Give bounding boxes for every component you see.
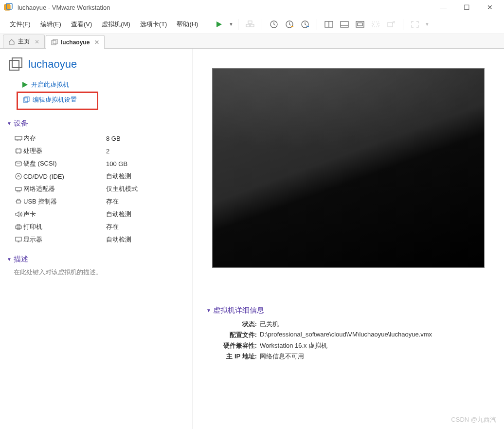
svg-rect-8	[291, 26, 293, 27]
tab-close-icon[interactable]: ✕	[35, 38, 39, 45]
vm-name: luchaoyue	[28, 58, 77, 71]
detail-value: 网络信息不可用	[260, 352, 304, 361]
device-row-cpu[interactable]: 处理器2	[14, 145, 185, 157]
device-name: 网络适配器	[23, 185, 106, 193]
popout-icon[interactable]	[384, 18, 398, 31]
separator	[238, 19, 238, 30]
svg-rect-25	[25, 97, 29, 101]
svg-rect-5	[248, 21, 252, 23]
power-on-label: 开启此虚拟机	[31, 80, 69, 89]
menu-view[interactable]: 查看(V)	[67, 18, 96, 31]
vm-summary-pane: luchaoyue 开启此虚拟机 编辑虚拟机设置 ▼ 设备 内存8 GB处理器2…	[0, 49, 192, 429]
separator	[403, 19, 403, 30]
detail-compat: 硬件兼容性: Workstation 16.x 虚拟机	[213, 340, 495, 351]
view-unity-icon[interactable]	[338, 18, 351, 31]
device-row-usb[interactable]: USB 控制器存在	[14, 195, 185, 208]
menu-tabs[interactable]: 选项卡(T)	[136, 18, 171, 31]
device-value: 自动检测	[106, 235, 131, 244]
svg-rect-16	[358, 23, 362, 26]
menu-edit[interactable]: 编辑(E)	[36, 18, 65, 31]
highlight-annotation: 编辑虚拟机设置	[17, 92, 98, 110]
detail-key: 状态:	[213, 320, 257, 329]
device-name: CD/DVD (IDE)	[23, 173, 106, 180]
tab-close-icon[interactable]: ✕	[94, 39, 99, 46]
menu-file[interactable]: 文件(F)	[6, 18, 35, 31]
view-fullscreen-icon[interactable]	[353, 18, 367, 31]
details-header[interactable]: ▼ 虚拟机详细信息	[206, 306, 495, 315]
svg-rect-4	[251, 24, 254, 27]
fullscreen-dropdown[interactable]: ▼	[425, 22, 429, 27]
power-on-button[interactable]	[212, 18, 226, 31]
tab-vm[interactable]: luchaoyue ✕	[46, 35, 105, 49]
printer-icon	[14, 223, 23, 231]
device-row-net[interactable]: 网络适配器仅主机模式	[14, 183, 185, 195]
device-value: 仅主机模式	[106, 185, 138, 193]
power-dropdown[interactable]: ▼	[229, 22, 233, 27]
svg-rect-31	[16, 187, 21, 190]
view-console-icon[interactable]	[322, 18, 336, 31]
device-row-hdd[interactable]: 硬盘 (SCSI)100 GB	[14, 157, 185, 170]
svg-rect-32	[17, 200, 20, 203]
svg-point-29	[16, 173, 21, 179]
detail-value: 已关机	[260, 320, 279, 329]
snapshot-icon[interactable]	[267, 18, 281, 31]
menu-vm[interactable]: 虚拟机(M)	[98, 18, 134, 31]
svg-rect-19	[52, 40, 56, 45]
edit-settings-label: 编辑虚拟机设置	[33, 95, 77, 104]
device-value: 存在	[106, 223, 119, 231]
device-name: 显示器	[23, 235, 106, 244]
tab-home[interactable]: 主页 ✕	[3, 35, 45, 48]
window-title: luchaoyue - VMware Workstation	[18, 4, 436, 11]
vm-icon	[8, 56, 23, 72]
svg-rect-36	[16, 237, 21, 241]
svg-point-30	[18, 176, 19, 177]
fullscreen-enter-icon[interactable]	[408, 18, 422, 31]
power-on-link[interactable]: 开启此虚拟机	[21, 79, 185, 91]
home-icon	[8, 38, 15, 45]
svg-rect-34	[17, 224, 20, 226]
cd-icon	[14, 172, 23, 180]
snapshot-manage-icon[interactable]	[298, 18, 312, 31]
device-row-cd[interactable]: CD/DVD (IDE)自动检测	[14, 170, 185, 183]
edit-settings-link[interactable]: 编辑虚拟机设置	[23, 94, 92, 106]
minimize-button[interactable]: ―	[436, 3, 450, 11]
detail-value: Workstation 16.x 虚拟机	[260, 341, 327, 350]
device-value: 8 GB	[106, 135, 121, 142]
device-row-display[interactable]: 显示器自动检测	[14, 233, 185, 246]
device-name: USB 控制器	[23, 197, 106, 206]
device-value: 存在	[106, 197, 119, 206]
stretch-icon[interactable]	[369, 18, 382, 31]
vm-screen-preview	[212, 68, 485, 268]
tab-home-label: 主页	[18, 37, 30, 46]
detail-ip: 主 IP 地址: 网络信息不可用	[213, 351, 495, 362]
separator	[317, 19, 317, 30]
sound-icon	[14, 210, 23, 218]
svg-rect-10	[306, 26, 309, 27]
send-ctrl-alt-del-icon[interactable]	[243, 18, 257, 31]
separator	[207, 19, 207, 30]
device-name: 声卡	[23, 210, 106, 219]
devices-header[interactable]: ▼ 设备	[7, 119, 185, 128]
device-value: 自动检测	[106, 210, 131, 219]
svg-rect-26	[15, 136, 22, 140]
description-title: 描述	[14, 255, 28, 264]
close-button[interactable]: ✕	[483, 3, 497, 11]
device-row-sound[interactable]: 声卡自动检测	[14, 208, 185, 221]
description-placeholder[interactable]: 在此处键入对该虚拟机的描述。	[14, 268, 185, 277]
maximize-button[interactable]: ☐	[459, 3, 474, 11]
svg-rect-20	[53, 39, 57, 44]
detail-config: 配置文件: D:\professional_software\cloud\VM\…	[213, 330, 495, 340]
detail-value: D:\professional_software\cloud\VM\luchao…	[260, 331, 432, 339]
svg-marker-2	[216, 21, 222, 27]
device-row-memory[interactable]: 内存8 GB	[14, 132, 185, 145]
separator	[262, 19, 262, 30]
description-header[interactable]: ▼ 描述	[7, 255, 185, 264]
app-icon	[4, 3, 13, 12]
hdd-icon	[14, 160, 23, 168]
caret-down-icon: ▼	[7, 121, 12, 126]
menu-help[interactable]: 帮助(H)	[173, 18, 202, 31]
device-name: 内存	[23, 134, 106, 143]
svg-rect-27	[16, 149, 21, 153]
snapshot-revert-icon[interactable]	[283, 18, 296, 31]
device-row-printer[interactable]: 打印机存在	[14, 221, 185, 233]
